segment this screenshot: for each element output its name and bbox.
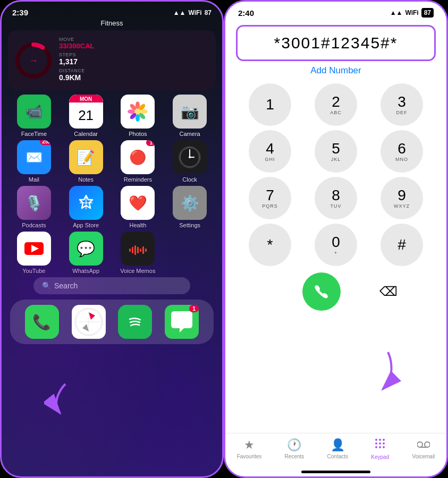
- svg-rect-22: [129, 249, 131, 252]
- svg-rect-24: [134, 245, 136, 255]
- calendar-icon: MON 21: [69, 95, 103, 129]
- wifi-icon: WiFi: [188, 9, 201, 16]
- delete-button[interactable]: ⌫: [369, 272, 408, 311]
- svg-rect-27: [142, 246, 144, 254]
- battery-icon: 87: [205, 9, 212, 16]
- key-hash[interactable]: #: [381, 224, 423, 266]
- app-podcasts[interactable]: 🎙️ Podcasts: [10, 186, 58, 228]
- photos-icon: [121, 95, 155, 129]
- tab-recents[interactable]: 🕐 Recents: [285, 438, 305, 459]
- app-voicememos[interactable]: Voice Memos: [114, 232, 162, 274]
- svg-point-50: [425, 442, 430, 447]
- svg-point-49: [417, 442, 422, 447]
- right-panel: 2:40 ▲▲ WiFi 87 *3001#12345#* Add Number…: [224, 0, 448, 478]
- svg-rect-28: [145, 249, 147, 252]
- dock-spotify[interactable]: [118, 305, 152, 339]
- app-clock[interactable]: Clock: [166, 140, 214, 183]
- app-grid-row2: ✉️ 252 Mail 📝 Notes 🔴 1 Reminders: [2, 140, 222, 183]
- app-grid-row3: 🎙️ Podcasts App Store ❤️ Health: [2, 186, 222, 228]
- svg-point-42: [383, 439, 385, 441]
- recents-icon: 🕐: [287, 438, 301, 452]
- call-empty-left: [250, 272, 288, 311]
- search-icon: 🔍: [42, 281, 51, 290]
- dock-safari[interactable]: [72, 305, 106, 339]
- home-indicator: [301, 471, 370, 473]
- signal-icon-right: ▲▲: [390, 9, 403, 16]
- voicememos-icon: [121, 232, 155, 266]
- whatsapp-icon: 💬: [69, 232, 103, 266]
- key-6[interactable]: 6 MNO: [381, 130, 423, 173]
- time-left: 2:39: [12, 8, 28, 17]
- key-4[interactable]: 4 GHI: [249, 130, 291, 173]
- app-camera[interactable]: 📷 Camera: [166, 95, 214, 137]
- tab-contacts[interactable]: 👤 Contacts: [327, 438, 348, 459]
- key-7[interactable]: 7 PQRS: [249, 177, 291, 219]
- recents-label: Recents: [285, 454, 305, 459]
- fitness-widget: → MOVE 33/300CAL STEPS 1,317 DISTANCE 0.…: [8, 30, 216, 90]
- key-3[interactable]: 3 DEF: [381, 83, 423, 126]
- notes-label: Notes: [78, 176, 94, 183]
- app-settings[interactable]: ⚙️ Settings: [166, 186, 214, 228]
- health-label: Health: [129, 222, 146, 228]
- clock-icon: [173, 140, 207, 174]
- svg-point-43: [375, 442, 377, 445]
- key-5[interactable]: 5 JKL: [315, 130, 357, 173]
- tab-keypad[interactable]: Keypad: [371, 438, 389, 460]
- contacts-label: Contacts: [327, 454, 348, 459]
- svg-point-7: [136, 114, 140, 122]
- dock-messages[interactable]: 1: [165, 305, 199, 339]
- key-2[interactable]: 2 ABC: [315, 83, 357, 126]
- fitness-label: Fitness: [2, 19, 222, 27]
- key-9[interactable]: 9 WXYZ: [381, 177, 423, 219]
- app-notes[interactable]: 📝 Notes: [62, 140, 110, 183]
- dialer-number-display[interactable]: *3001#12345#*: [236, 25, 436, 61]
- whatsapp-label: WhatsApp: [72, 268, 99, 274]
- svg-point-45: [383, 442, 385, 445]
- app-calendar[interactable]: MON 21 Calendar: [62, 95, 110, 137]
- mail-icon: ✉️ 252: [17, 140, 51, 174]
- clock-label: Clock: [182, 176, 197, 183]
- wifi-icon-right: WiFi: [405, 9, 418, 16]
- app-empty: [166, 232, 214, 274]
- svg-point-15: [189, 156, 191, 158]
- youtube-label: YouTube: [22, 268, 45, 274]
- appstore-label: App Store: [73, 222, 99, 228]
- camera-icon: 📷: [173, 95, 207, 129]
- tab-voicemail[interactable]: Voicemail: [412, 438, 435, 459]
- add-number-button[interactable]: Add Number: [236, 61, 436, 81]
- app-photos[interactable]: Photos: [114, 95, 162, 137]
- status-icons-left: ▲▲ WiFi 87: [173, 9, 212, 16]
- settings-label: Settings: [179, 222, 200, 228]
- keypad: 1 2 ABC 3 DEF 4 GHI 5 JKL 6 MNO: [225, 83, 446, 433]
- tab-bar: ★ Favourites 🕐 Recents 👤 Contacts: [225, 433, 446, 468]
- search-bar[interactable]: 🔍 Search: [33, 277, 190, 294]
- battery-right: 87: [421, 8, 434, 18]
- key-star[interactable]: *: [249, 224, 291, 266]
- key-0[interactable]: 0 +: [315, 224, 357, 266]
- dock-phone[interactable]: 📞: [25, 305, 59, 339]
- app-grid-row4: YouTube 💬 WhatsApp: [2, 232, 222, 274]
- key-8[interactable]: 8 TUV: [315, 177, 357, 219]
- photos-label: Photos: [129, 131, 147, 137]
- keypad-icon: [374, 438, 386, 453]
- app-whatsapp[interactable]: 💬 WhatsApp: [62, 232, 110, 274]
- time-right: 2:40: [238, 8, 254, 18]
- key-1[interactable]: 1: [249, 83, 291, 126]
- app-appstore[interactable]: App Store: [62, 186, 110, 228]
- reminders-label: Reminders: [124, 176, 152, 183]
- status-bar-right: 2:40 ▲▲ WiFi 87: [225, 2, 446, 20]
- app-facetime[interactable]: 📹 FaceTime: [10, 95, 58, 137]
- left-panel: 2:39 ▲▲ WiFi 87 Fitness → MOVE 33/300CAL…: [0, 0, 224, 478]
- activity-ring: →: [14, 41, 53, 80]
- favourites-icon: ★: [244, 438, 255, 452]
- app-grid-row1: 📹 FaceTime MON 21 Calendar: [2, 95, 222, 137]
- app-health[interactable]: ❤️ Health: [114, 186, 162, 228]
- appstore-icon: [69, 186, 103, 220]
- call-button[interactable]: [302, 272, 341, 311]
- app-mail[interactable]: ✉️ 252 Mail: [10, 140, 58, 183]
- svg-point-40: [375, 439, 377, 441]
- move-value: 33/300CAL: [59, 42, 209, 50]
- app-reminders[interactable]: 🔴 1 Reminders: [114, 140, 162, 183]
- app-youtube[interactable]: YouTube: [10, 232, 58, 274]
- tab-favourites[interactable]: ★ Favourites: [237, 438, 262, 459]
